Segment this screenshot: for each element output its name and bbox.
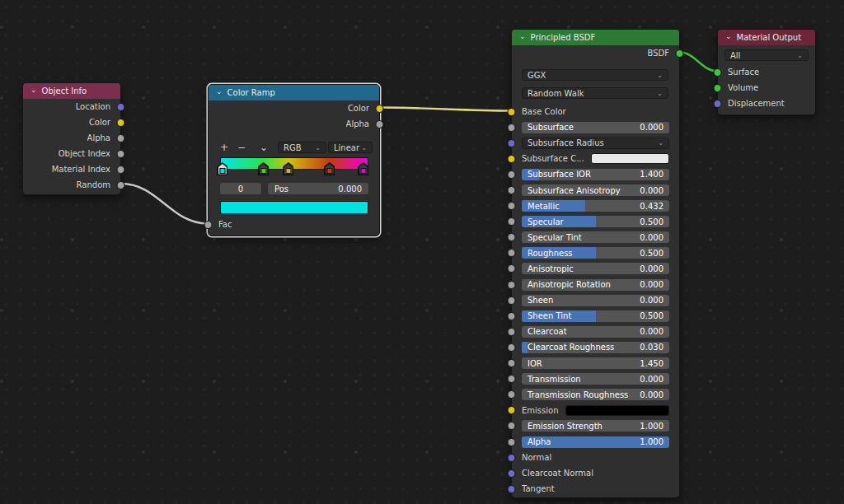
socket-transmission-roughness-in[interactable] xyxy=(508,390,516,399)
socket-surface-in[interactable] xyxy=(714,68,722,77)
slider-anisotropic-rotation[interactable]: Anisotropic Rotation0.000 xyxy=(522,279,669,291)
socket-label: Color xyxy=(89,118,110,127)
socket-clearcoat-in[interactable] xyxy=(508,328,516,336)
ramp-result-color-swatch[interactable] xyxy=(220,201,368,214)
slider-ior[interactable]: IOR1.450 xyxy=(522,357,669,369)
slider-alpha[interactable]: Alpha1.000 xyxy=(522,436,669,448)
socket-subsurface-c-in[interactable] xyxy=(508,155,516,163)
ramp-stop-3[interactable] xyxy=(324,162,335,175)
slider-transmission[interactable]: Transmission0.000 xyxy=(522,373,669,385)
socket-roughness-in[interactable] xyxy=(508,249,516,257)
node-header-material-output[interactable]: ⌄ Material Output xyxy=(718,30,815,45)
slider-sheen-tint[interactable]: Sheen Tint0.500 xyxy=(522,310,669,322)
socket-displacement-in[interactable] xyxy=(714,100,722,108)
socket-metallic-in[interactable] xyxy=(508,202,516,210)
node-object-info[interactable]: ⌄ Object Info LocationColorAlphaObject I… xyxy=(22,82,121,195)
input-row-clearcoat-roughness: Clearcoat Roughness0.030 xyxy=(512,339,679,355)
socket-specular-tint-in[interactable] xyxy=(508,233,516,241)
interpolation-dropdown[interactable]: Linear ⌄ xyxy=(328,142,373,153)
input-row-subsurface-anisotropy: Subsurface Anisotropy0.000 xyxy=(512,182,679,198)
slider-subsurface-anisotropy[interactable]: Subsurface Anisotropy0.000 xyxy=(522,184,669,196)
socket-label: Fac xyxy=(218,220,232,229)
node-editor-canvas[interactable]: ⌄ Object Info LocationColorAlphaObject I… xyxy=(0,0,844,504)
dropdown-subsurface-radius[interactable]: Subsurface Radius⌄ xyxy=(522,138,669,149)
socket-random-out[interactable] xyxy=(117,181,125,189)
slider-specular-tint[interactable]: Specular Tint0.000 xyxy=(522,231,669,243)
slider-specular[interactable]: Specular0.500 xyxy=(522,216,669,227)
slider-emission-strength[interactable]: Emission Strength1.000 xyxy=(522,420,669,432)
collapse-chevron-icon[interactable]: ⌄ xyxy=(725,33,732,40)
ramp-index-field[interactable]: 0 xyxy=(220,183,261,194)
node-color-ramp[interactable]: ⌄ Color Ramp ColorAlpha + − ⌄ RGB ⌄ Line… xyxy=(208,84,380,236)
ramp-pos-value: 0.000 xyxy=(338,184,362,194)
slider-transmission-roughness[interactable]: Transmission Roughness0.000 xyxy=(522,389,669,400)
socket-anisotropic-in[interactable] xyxy=(508,264,516,273)
ramp-stop-2[interactable] xyxy=(283,162,293,175)
slider-subsurface[interactable]: Subsurface0.000 xyxy=(522,122,669,133)
subsurface-method-dropdown[interactable]: Random Walk ⌄ xyxy=(522,87,668,99)
socket-clearcoat-normal-in[interactable] xyxy=(508,469,516,478)
socket-sheen-in[interactable] xyxy=(508,296,516,305)
socket-alpha-out[interactable] xyxy=(376,120,384,128)
slider-value: 0.000 xyxy=(640,390,663,399)
color-swatch-emission[interactable] xyxy=(565,405,670,416)
slider-anisotropic[interactable]: Anisotropic0.000 xyxy=(522,263,669,274)
slider-subsurface-ior[interactable]: Subsurface IOR1.400 xyxy=(522,169,669,180)
socket-clearcoat-roughness-in[interactable] xyxy=(508,343,516,352)
socket-bsdf-out[interactable] xyxy=(676,49,684,58)
socket-color-out[interactable] xyxy=(117,119,125,127)
collapse-chevron-icon[interactable]: ⌄ xyxy=(519,33,526,40)
socket-volume-in[interactable] xyxy=(714,84,722,92)
slider-label: Anisotropic xyxy=(528,264,574,273)
color-swatch-subsurface-c[interactable] xyxy=(591,153,669,164)
node-title: Object Info xyxy=(42,86,87,96)
add-stop-button[interactable]: + xyxy=(218,142,230,153)
socket-emission-strength-in[interactable] xyxy=(508,422,516,430)
socket-transmission-in[interactable] xyxy=(508,375,516,383)
socket-alpha-in[interactable] xyxy=(508,438,516,446)
socket-subsurface-radius-in[interactable] xyxy=(508,139,516,147)
input-row-specular: Specular0.500 xyxy=(512,214,679,230)
socket-normal-in[interactable] xyxy=(508,454,516,462)
slider-sheen[interactable]: Sheen0.000 xyxy=(522,295,669,306)
ramp-pos-slider[interactable]: Pos 0.000 xyxy=(268,183,368,194)
color-mode-dropdown[interactable]: RGB ⌄ xyxy=(278,142,326,153)
color-ramp-gradient[interactable] xyxy=(220,157,368,170)
ramp-stop-1[interactable] xyxy=(258,162,269,175)
collapse-chevron-icon[interactable]: ⌄ xyxy=(216,88,223,96)
socket-fac-in[interactable] xyxy=(204,221,213,229)
socket-ior-in[interactable] xyxy=(508,359,516,367)
socket-base-color-in[interactable] xyxy=(508,108,516,116)
ramp-menu-button[interactable]: ⌄ xyxy=(258,142,270,153)
socket-emission-in[interactable] xyxy=(508,406,516,414)
socket-location-out[interactable] xyxy=(117,103,125,111)
socket-subsurface-anisotropy-in[interactable] xyxy=(508,186,516,194)
socket-tangent-in[interactable] xyxy=(508,485,516,493)
slider-roughness[interactable]: Roughness0.500 xyxy=(522,247,669,259)
node-principled-bsdf[interactable]: ⌄ Principled BSDF BSDF GGX ⌄ Random Walk… xyxy=(511,29,680,498)
socket-subsurface-ior-in[interactable] xyxy=(508,170,516,179)
ramp-stop-4[interactable] xyxy=(358,162,368,175)
socket-label: Normal xyxy=(522,453,551,462)
socket-color-out[interactable] xyxy=(376,105,384,113)
node-material-output[interactable]: ⌄ Material Output All ⌄ SurfaceVolumeDis… xyxy=(717,29,816,115)
socket-anisotropic-rotation-in[interactable] xyxy=(508,281,516,289)
output-target-dropdown[interactable]: All ⌄ xyxy=(724,49,809,61)
socket-subsurface-in[interactable] xyxy=(508,124,516,132)
node-header-object-info[interactable]: ⌄ Object Info xyxy=(23,83,120,99)
socket-specular-in[interactable] xyxy=(508,217,516,226)
node-header-principled-bsdf[interactable]: ⌄ Principled BSDF xyxy=(512,30,679,45)
output-target-value: All xyxy=(730,51,740,60)
socket-material-index-out[interactable] xyxy=(117,166,125,174)
slider-metallic[interactable]: Metallic0.432 xyxy=(522,200,669,212)
ramp-stop-0[interactable] xyxy=(217,162,227,175)
socket-object-index-out[interactable] xyxy=(117,150,125,158)
slider-clearcoat[interactable]: Clearcoat0.000 xyxy=(522,326,669,338)
distribution-dropdown[interactable]: GGX ⌄ xyxy=(522,69,668,81)
socket-alpha-out[interactable] xyxy=(117,134,125,142)
slider-clearcoat-roughness[interactable]: Clearcoat Roughness0.030 xyxy=(522,342,669,353)
node-header-color-ramp[interactable]: ⌄ Color Ramp xyxy=(209,85,379,100)
remove-stop-button[interactable]: − xyxy=(236,142,247,153)
collapse-chevron-icon[interactable]: ⌄ xyxy=(30,86,37,94)
socket-sheen-tint-in[interactable] xyxy=(508,312,516,320)
